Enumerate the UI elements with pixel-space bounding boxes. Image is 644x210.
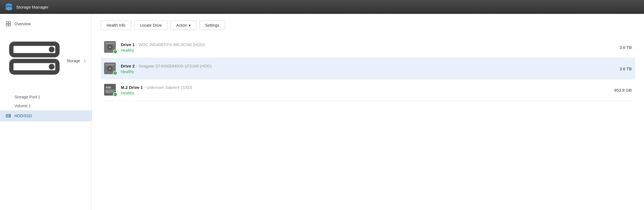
svg-point-2 <box>6 7 12 10</box>
settings-label: Settings <box>205 23 219 28</box>
sidebar-item-volume[interactable]: Volume 1 <box>0 101 92 110</box>
sidebar-section-storage[interactable]: Storage ∧ <box>0 29 92 92</box>
chevron-up-icon: ∧ <box>83 59 86 63</box>
action-button[interactable]: Action ▾ <box>170 21 196 30</box>
health-info-button[interactable]: Health Info <box>101 21 131 30</box>
svg-rect-3 <box>6 22 8 24</box>
action-dropdown-icon: ▾ <box>189 23 191 28</box>
sidebar-hdd-ssd-label: HDD/SSD <box>14 114 32 118</box>
settings-button[interactable]: Settings <box>199 21 225 30</box>
drive-row-drive1[interactable]: Drive 1 - WDC WD40EFPX-68C6CN0 (HDD)Heal… <box>101 37 635 58</box>
drive-model-m2drive1: - Unknown Sabrent (SSD) <box>144 85 192 90</box>
action-label: Action <box>176 23 187 28</box>
drive-info-m2drive1: M.2 Drive 1 - Unknown Sabrent (SSD)Healt… <box>121 85 605 95</box>
drive-name-drive2: Drive 2 <box>121 64 135 68</box>
svg-text:SSD: SSD <box>106 86 111 89</box>
sidebar-storage-pool-label: Storage Pool 1 <box>14 95 40 99</box>
content-area: Health Info Locate Drive Action ▾ Settin… <box>92 14 644 210</box>
sidebar-storage-label: Storage <box>67 59 80 63</box>
status-badge-drive2 <box>113 71 117 75</box>
main-layout: Overview Storage ∧ Storage Pool 1 Volume… <box>0 14 644 210</box>
svg-rect-19 <box>105 43 114 44</box>
drive-name-line-m2drive1: M.2 Drive 1 - Unknown Sabrent (SSD) <box>121 85 605 90</box>
status-badge-m2drive1 <box>113 92 117 97</box>
overview-icon <box>6 21 11 27</box>
svg-rect-6 <box>9 24 11 26</box>
drive-name-line-drive2: Drive 2 - Seagate ST4000DM000-1F2168 (HD… <box>121 64 605 68</box>
drive-icon-wrapper-drive2 <box>104 62 116 75</box>
sidebar-volume-label: Volume 1 <box>14 104 31 108</box>
drive-row-drive2[interactable]: Drive 2 - Seagate ST4000DM000-1F2168 (HD… <box>101 58 635 79</box>
drive-info-drive2: Drive 2 - Seagate ST4000DM000-1F2168 (HD… <box>121 64 605 74</box>
drive-status-drive2: Healthy <box>121 69 605 74</box>
svg-rect-4 <box>9 22 11 24</box>
drive-name-line-drive1: Drive 1 - WDC WD40EFPX-68C6CN0 (HDD) <box>121 42 605 47</box>
drive-icon-wrapper-drive1 <box>104 41 116 53</box>
hdd-ssd-icon <box>6 113 11 119</box>
app-title: Storage Manager <box>16 5 48 9</box>
svg-point-12 <box>9 115 10 116</box>
drive-icon-wrapper-m2drive1: SSD <box>104 84 116 96</box>
storage-icon <box>6 32 63 90</box>
health-info-label: Health Info <box>107 23 126 28</box>
locate-drive-button[interactable]: Locate Drive <box>134 21 168 30</box>
svg-point-10 <box>49 64 55 70</box>
drive-row-m2drive1[interactable]: SSD M.2 Drive 1 - Unknown Sabrent (SSD)H… <box>101 79 635 101</box>
drive-list: Drive 1 - WDC WD40EFPX-68C6CN0 (HDD)Heal… <box>101 37 635 101</box>
svg-rect-11 <box>6 114 11 117</box>
sidebar: Overview Storage ∧ Storage Pool 1 Volume… <box>0 14 92 210</box>
sidebar-item-overview-label: Overview <box>14 22 31 26</box>
drive-size-drive2: 3.6 TB <box>609 66 632 71</box>
sidebar-item-storage-pool[interactable]: Storage Pool 1 <box>0 92 92 101</box>
svg-point-18 <box>110 47 110 48</box>
drive-status-m2drive1: Healthy <box>121 91 605 95</box>
drive-status-drive1: Healthy <box>121 48 605 52</box>
top-bar: Storage Manager <box>0 0 644 14</box>
drive-name-drive1: Drive 1 <box>121 42 135 47</box>
svg-rect-5 <box>6 24 8 26</box>
sidebar-item-hdd-ssd[interactable]: HDD/SSD <box>0 110 92 121</box>
app-icon <box>4 2 13 11</box>
locate-drive-label: Locate Drive <box>140 23 162 28</box>
toolbar: Health Info Locate Drive Action ▾ Settin… <box>101 21 635 30</box>
drive-model-drive2: - Seagate ST4000DM000-1F2168 (HDD) <box>136 64 212 68</box>
sidebar-item-overview[interactable]: Overview <box>0 18 92 29</box>
drive-model-drive1: - WDC WD40EFPX-68C6CN0 (HDD) <box>136 42 205 47</box>
svg-rect-24 <box>105 64 114 65</box>
svg-point-23 <box>110 68 110 69</box>
drive-size-drive1: 3.6 TB <box>609 45 632 50</box>
svg-point-9 <box>49 47 55 52</box>
status-badge-drive1 <box>113 49 117 54</box>
drive-size-m2drive1: 953.9 GB <box>609 88 632 92</box>
drive-info-drive1: Drive 1 - WDC WD40EFPX-68C6CN0 (HDD)Heal… <box>121 42 605 52</box>
drive-name-m2drive1: M.2 Drive 1 <box>121 85 143 90</box>
